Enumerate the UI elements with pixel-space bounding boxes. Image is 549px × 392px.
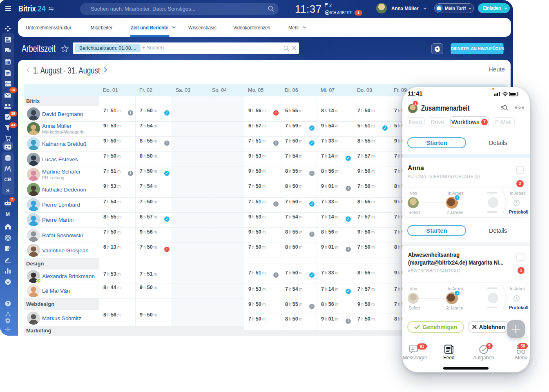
- svg-text:?: ?: [7, 301, 9, 306]
